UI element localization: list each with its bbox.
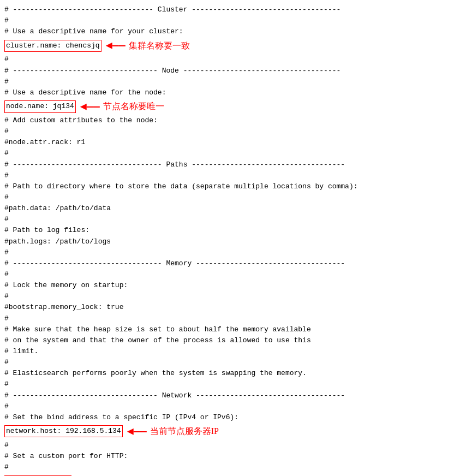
config-content: # --------------------------------- Clus… [0,2,454,476]
code-line: # [4,269,450,280]
annotation-text: 集群名称要一致 [129,39,190,53]
highlighted-value: node.name: jq134 [4,100,76,112]
code-line: #path.data: /path/to/data [4,203,450,214]
code-line: # Set the bind address to a specific IP … [4,412,450,423]
code-line: # [4,148,450,159]
highlighted-value: cluster.name: chencsjq [4,40,101,52]
code-line: # on the system and that the owner of th… [4,335,450,346]
code-line: # Set a custom port for HTTP: [4,451,450,462]
annotated-line: cluster.name: chencsjq◀——集群名称要一致 [4,37,450,54]
arrow-icon: ◀—— [80,98,100,115]
arrow-icon: ◀—— [76,473,95,476]
code-line: # Make sure that the heap size is set to… [4,324,450,335]
annotation-text: 当前节点服务器IP [150,425,219,438]
code-line: # Path to log files: [4,225,450,236]
code-line: # [4,214,450,225]
code-line: # Use a descriptive name for your cluste… [4,26,450,37]
code-line: # ---------------------------------- Nod… [4,66,450,76]
code-line: #node.attr.rack: r1 [4,137,450,148]
annotation-text: 节点名称要唯一 [103,100,164,114]
code-line: # Use a descriptive name for the node: [4,87,450,98]
code-line: # [4,379,450,390]
code-line: # [4,192,450,203]
annotated-line: node.name: jq134◀——节点名称要唯一 [4,98,450,115]
code-line: # [4,401,450,412]
code-line: # limit. [4,346,450,357]
code-line: # Add custom attributes to the node: [4,115,450,126]
code-line: # Elasticsearch performs poorly when the… [4,368,450,379]
code-line: # [4,76,450,87]
code-line: # --------------------------------- Clus… [4,4,450,15]
code-line: # [4,313,450,324]
code-line: # [4,462,450,473]
code-line: # [4,170,450,181]
code-line: # [4,357,450,368]
code-line: #path.logs: /path/to/logs [4,236,450,247]
code-line: # [4,291,450,302]
code-line: # Lock the memory on startup: [4,280,450,291]
annotated-line: http.port: 9200◀——开放端口 [4,473,450,476]
code-line: # [4,126,450,137]
code-line: # Path to directory where to store the d… [4,181,450,192]
code-line: # [4,247,450,258]
annotated-line: network.host: 192.168.5.134◀——当前节点服务器IP [4,423,450,440]
code-line: # ---------------------------------- Net… [4,390,450,401]
code-line: # [4,15,450,26]
code-line: # ----------------------------------- Me… [4,258,450,269]
highlighted-value: network.host: 192.168.5.134 [4,425,123,437]
code-line: # [4,440,450,451]
code-line: #bootstrap.memory_lock: true [4,302,450,313]
code-line: # [4,54,450,65]
code-line: # ----------------------------------- Pa… [4,159,450,170]
arrow-icon: ◀—— [106,37,126,54]
arrow-icon: ◀—— [127,423,147,440]
